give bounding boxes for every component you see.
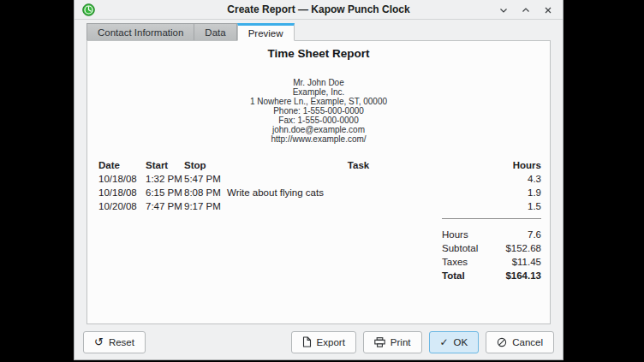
totals-separator (442, 218, 541, 219)
printer-icon (374, 337, 385, 347)
reset-button[interactable]: ↺ Reset (83, 331, 146, 353)
cell-task: Write about flying cats (227, 187, 490, 198)
contact-line: http://www.example.com/ (87, 134, 550, 144)
document-export-icon (302, 336, 312, 347)
col-header-hours: Hours (490, 160, 541, 170)
totals-row-taxes: Taxes $11.45 (442, 255, 541, 269)
cancel-button-label: Cancel (512, 337, 543, 347)
totals-value: $11.45 (512, 257, 541, 267)
cell-stop: 8:08 PM (184, 187, 227, 198)
checkmark-icon: ✓ (440, 337, 449, 347)
cell-stop: 9:17 PM (184, 201, 227, 211)
totals-row-hours: Hours 7.6 (442, 228, 541, 241)
cell-date: 10/20/08 (98, 201, 146, 211)
cell-stop: 5:47 PM (184, 174, 227, 184)
totals-label: Taxes (442, 257, 512, 267)
contact-line: john.doe@example.com (87, 125, 550, 134)
x-icon (543, 5, 553, 15)
contact-line: Mr. John Doe (87, 78, 550, 87)
contact-line: Example, Inc. (87, 87, 550, 97)
window-controls (498, 0, 554, 20)
cell-hours: 1.9 (490, 187, 541, 198)
ok-button[interactable]: ✓ OK (429, 331, 480, 353)
chevron-down-icon (498, 5, 509, 15)
preview-pane: Time Sheet Report Mr. John Doe Example, … (86, 40, 551, 324)
kapow-clock-icon (82, 3, 95, 16)
desktop-background: Create Report — Kapow Punch Clock Contac… (0, 0, 644, 362)
contact-line: 1 Nowhere Ln., Example, ST, 00000 (87, 97, 550, 106)
time-entries-table: Date Start Stop Task Hours 10/18/08 1:32… (98, 158, 541, 213)
export-button[interactable]: Export (291, 331, 356, 353)
ok-button-label: OK (454, 337, 468, 347)
cancel-button[interactable]: Cancel (486, 331, 554, 353)
cell-hours: 4.3 (490, 174, 541, 184)
titlebar[interactable]: Create Report — Kapow Punch Clock (75, 0, 563, 20)
chevron-up-icon (521, 5, 531, 15)
cell-date: 10/18/08 (98, 187, 146, 198)
contact-line: Phone: 1-555-000-0000 (87, 106, 550, 116)
col-header-start: Start (146, 160, 184, 170)
contact-line: Fax: 1-555-000-0000 (87, 116, 550, 125)
close-button[interactable] (542, 4, 554, 16)
cell-start: 7:47 PM (146, 201, 184, 211)
col-header-task: Task (227, 160, 490, 170)
totals-section: Hours 7.6 Subtotal $152.68 Taxes $11.45 … (442, 228, 541, 282)
totals-value: 7.6 (528, 229, 541, 240)
report-title: Time Sheet Report (87, 47, 550, 60)
minimize-button[interactable] (498, 4, 510, 16)
totals-row-total: Total $164.13 (442, 269, 541, 282)
totals-label: Subtotal (442, 243, 505, 253)
export-button-label: Export (317, 337, 345, 347)
cell-hours: 1.5 (490, 201, 541, 211)
maximize-button[interactable] (520, 4, 532, 16)
cell-start: 1:32 PM (146, 174, 184, 184)
tab-preview[interactable]: Preview (237, 23, 295, 41)
col-header-stop: Stop (184, 160, 227, 170)
dialog-button-row: ↺ Reset Export Print ✓ OK (75, 324, 563, 359)
window-title: Create Report — Kapow Punch Clock (75, 3, 563, 15)
col-header-date: Date (98, 160, 146, 170)
undo-icon: ↺ (94, 336, 104, 347)
tab-bar: Contact Information Data Preview (75, 20, 563, 40)
totals-value: $152.68 (505, 243, 541, 253)
cell-start: 6:15 PM (146, 187, 184, 198)
reset-button-label: Reset (109, 337, 134, 347)
totals-row-subtotal: Subtotal $152.68 (442, 241, 541, 255)
print-button[interactable]: Print (363, 331, 422, 353)
tab-data[interactable]: Data (194, 23, 236, 40)
tab-contact-information[interactable]: Contact Information (86, 23, 194, 40)
totals-value: $164.13 (505, 270, 541, 281)
print-button-label: Print (391, 337, 411, 347)
create-report-dialog: Create Report — Kapow Punch Clock Contac… (74, 0, 564, 360)
totals-label: Total (442, 270, 505, 281)
cancel-icon (497, 337, 507, 347)
totals-label: Hours (442, 229, 528, 240)
contact-block: Mr. John Doe Example, Inc. 1 Nowhere Ln.… (87, 78, 550, 144)
cell-date: 10/18/08 (98, 174, 146, 184)
